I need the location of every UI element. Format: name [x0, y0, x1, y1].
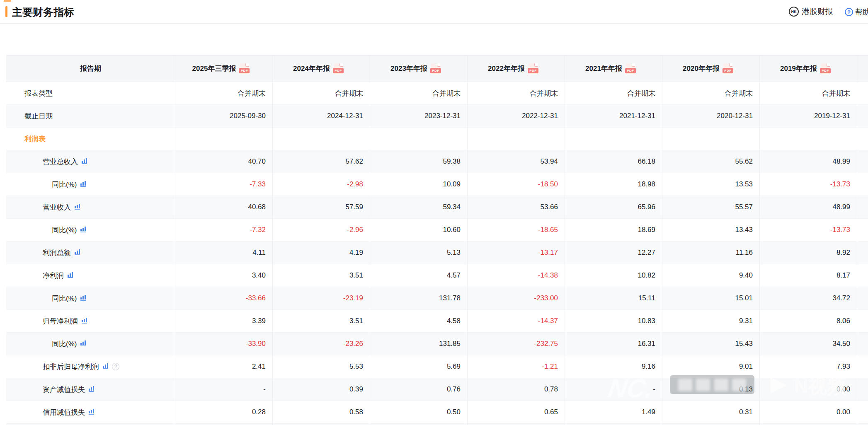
pdf-badge: PDF: [239, 68, 250, 73]
row-label-cell: 资产减值损失: [6, 378, 175, 401]
value-cell: 3.39: [175, 310, 273, 333]
value-cell: [760, 128, 857, 150]
bar-chart-icon[interactable]: [88, 385, 95, 394]
row-label-cell: 利润表: [6, 128, 175, 150]
row-label-cell: 营业收入: [6, 196, 175, 219]
value-cell: 16.31: [565, 333, 662, 355]
value-cell: 3.40: [175, 264, 273, 287]
value-cell-clipped: [857, 219, 868, 241]
row-label: 营业收入: [43, 203, 71, 212]
column-header-2022年年报: 2022年年报PDF: [468, 56, 565, 82]
value-cell-clipped: [857, 82, 868, 105]
bar-chart-icon[interactable]: [74, 203, 81, 212]
value-cell: 8.06: [760, 310, 857, 333]
row-label: 净利润: [43, 271, 64, 280]
value-cell: 合并期末: [273, 82, 370, 105]
table-row: 同比(%)-7.33-2.9810.09-18.5018.9813.53-13.…: [6, 173, 868, 196]
bar-chart-icon[interactable]: [80, 226, 87, 234]
value-cell: 34.72: [760, 287, 857, 310]
value-cell: 13.53: [662, 173, 760, 196]
value-cell: 3.51: [273, 310, 370, 333]
hk-report-link[interactable]: HK 港股财报: [789, 6, 833, 17]
value-cell: 0.78: [468, 378, 565, 401]
value-cell: 合并期末: [760, 82, 857, 105]
row-label: 利润表: [24, 134, 46, 144]
value-cell: 18.69: [565, 219, 662, 241]
column-header-clipped: [857, 56, 868, 82]
bar-chart-icon[interactable]: [88, 408, 95, 417]
value-cell-clipped: [857, 196, 868, 219]
value-cell: 55.57: [662, 196, 760, 219]
bar-chart-icon[interactable]: [80, 180, 87, 189]
value-cell: 12.27: [565, 241, 662, 264]
value-cell: 11.16: [662, 241, 760, 264]
bar-chart-icon[interactable]: [102, 362, 109, 371]
pdf-badge: PDF: [723, 68, 733, 73]
pdf-report-icon[interactable]: PDF: [626, 63, 635, 74]
pdf-report-icon[interactable]: PDF: [821, 63, 830, 74]
table-row: 信用减值损失0.280.580.500.651.490.310.00: [6, 401, 868, 424]
value-cell: -13.73: [760, 173, 857, 196]
value-cell: 2024-12-31: [273, 105, 370, 128]
column-header-label: 2022年年报: [488, 64, 525, 73]
value-cell-clipped: [857, 355, 868, 378]
value-cell-clipped: [857, 287, 868, 310]
value-cell: -14.38: [468, 264, 565, 287]
value-cell: 65.96: [565, 196, 662, 219]
help-tooltip-icon[interactable]: ?: [112, 363, 119, 370]
bar-chart-icon[interactable]: [74, 249, 81, 257]
value-cell: -18.50: [468, 173, 565, 196]
bar-chart-icon[interactable]: [67, 271, 74, 280]
value-cell: 10.83: [565, 310, 662, 333]
value-cell: 2021-12-31: [565, 105, 662, 128]
value-cell: 8.17: [760, 264, 857, 287]
pdf-report-icon[interactable]: PDF: [723, 63, 732, 74]
value-cell: 15.01: [662, 287, 760, 310]
column-header-label: 2024年年报: [293, 64, 330, 73]
column-header-2021年年报: 2021年年报PDF: [565, 56, 662, 82]
bar-chart-icon[interactable]: [81, 317, 88, 326]
row-label: 资产减值损失: [43, 385, 85, 394]
row-label-cell: 利润总额: [6, 241, 175, 264]
help-link[interactable]: ? 帮助: [845, 7, 868, 17]
value-cell: 合并期末: [565, 82, 662, 105]
value-cell: -7.32: [175, 219, 273, 241]
column-header-2023年年报: 2023年年报PDF: [370, 56, 468, 82]
value-cell: 57.62: [273, 150, 370, 173]
value-cell-clipped: [857, 378, 868, 401]
pdf-badge: PDF: [430, 68, 441, 73]
table-row: 同比(%)-33.66-23.19131.78-233.0015.1115.01…: [6, 287, 868, 310]
pdf-report-icon[interactable]: PDF: [240, 63, 249, 74]
value-cell-clipped: [857, 241, 868, 264]
pdf-badge: PDF: [333, 68, 344, 73]
value-cell: -2.98: [273, 173, 370, 196]
filter-toolbar: 报告期 最新,年报 年度 3Y 5Y 10Y 2019 至 2025 报表类型 …: [0, 24, 868, 55]
pdf-report-icon[interactable]: PDF: [334, 63, 343, 74]
column-header-label: 2023年年报: [390, 64, 427, 73]
value-cell: -7.33: [175, 173, 273, 196]
pdf-report-icon[interactable]: PDF: [431, 63, 440, 74]
bar-chart-icon[interactable]: [81, 157, 88, 166]
row-label: 营业总收入: [43, 157, 78, 167]
table-row: 归母净利润3.393.514.58-14.3710.839.318.06: [6, 310, 868, 333]
value-cell: -232.75: [468, 333, 565, 355]
pdf-report-icon[interactable]: PDF: [529, 63, 538, 74]
row-label-cell: 扣非后归母净利润?: [6, 355, 175, 378]
value-cell: 0.76: [370, 378, 468, 401]
row-label-cell: 报表类型: [6, 82, 175, 105]
value-cell-clipped: [857, 128, 868, 150]
bar-chart-icon[interactable]: [80, 294, 87, 303]
value-cell-clipped: [857, 150, 868, 173]
bar-chart-icon[interactable]: [80, 340, 87, 348]
column-header-label: 2025年三季报: [192, 64, 236, 73]
page-header: 主要财务指标 HK 港股财报 ? 帮助: [0, 0, 868, 24]
value-cell: 2020-12-31: [662, 105, 760, 128]
table-row: 同比(%)-7.32-2.9610.60-18.6518.6913.43-13.…: [6, 219, 868, 241]
value-cell: 48.99: [760, 196, 857, 219]
row-label: 同比(%): [52, 294, 77, 303]
row-label: 截止日期: [24, 111, 53, 121]
value-cell: 66.18: [565, 150, 662, 173]
value-cell: [370, 128, 468, 150]
value-cell: -13.73: [760, 219, 857, 241]
value-cell-clipped: [857, 105, 868, 128]
